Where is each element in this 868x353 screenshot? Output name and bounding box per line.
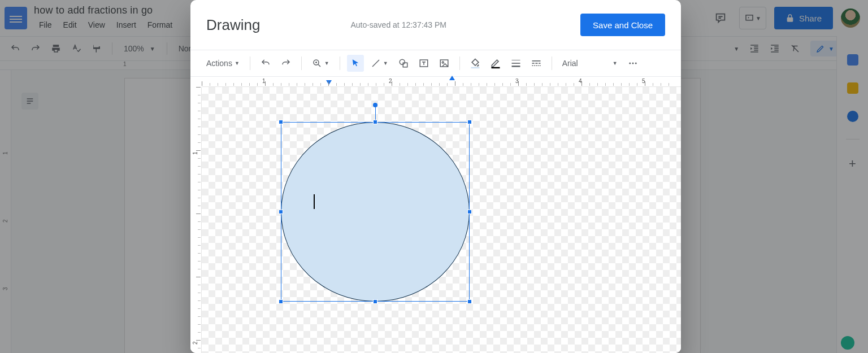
svg-point-2 (400, 59, 405, 64)
border-weight-icon[interactable] (507, 55, 524, 72)
redo-icon[interactable] (277, 55, 294, 72)
undo-icon[interactable] (257, 55, 274, 72)
svg-rect-3 (403, 63, 407, 67)
font-family-dropdown[interactable]: Arial ▼ (559, 59, 621, 68)
drawing-canvas[interactable] (202, 87, 681, 353)
resize-handle-w[interactable] (279, 210, 283, 214)
ruler-tick: 1 (192, 151, 198, 155)
zoom-dropdown[interactable]: ▼ (309, 58, 333, 68)
actions-dropdown[interactable]: Actions ▼ (203, 59, 243, 68)
save-and-close-label: Save and Close (593, 20, 653, 30)
shape-tool-icon[interactable] (395, 55, 412, 72)
resize-handle-ne[interactable] (467, 120, 472, 124)
resize-handle-se[interactable] (467, 299, 472, 304)
border-color-icon[interactable] (487, 55, 504, 72)
drawing-canvas-area: 1 2 3 4 5 1 2 (190, 77, 681, 353)
more-options-icon[interactable] (624, 55, 641, 72)
svg-rect-12 (532, 60, 540, 62)
svg-rect-11 (511, 66, 520, 67)
svg-rect-16 (532, 65, 533, 66)
svg-point-23 (635, 63, 636, 64)
svg-rect-14 (535, 63, 537, 64)
autosave-status: Auto-saved at 12:37:43 PM (350, 20, 446, 29)
svg-point-6 (442, 62, 444, 63)
resize-handle-sw[interactable] (279, 299, 283, 304)
svg-rect-20 (540, 65, 541, 66)
resize-handle-n[interactable] (373, 120, 377, 124)
svg-rect-18 (536, 65, 537, 66)
drawing-horizontal-ruler[interactable]: 1 2 3 4 5 (202, 77, 681, 87)
selected-shape[interactable] (281, 122, 470, 302)
resize-handle-s[interactable] (373, 299, 377, 304)
ruler-tick: 2 (192, 341, 198, 345)
drawing-vertical-ruler[interactable]: 1 2 (190, 87, 202, 353)
selection-bounding-box (281, 122, 470, 302)
svg-rect-9 (511, 60, 520, 60)
save-and-close-button[interactable]: Save and Close (580, 14, 665, 36)
svg-point-22 (632, 63, 633, 64)
svg-rect-19 (537, 65, 539, 66)
svg-rect-17 (534, 65, 535, 66)
border-dash-icon[interactable] (528, 55, 545, 72)
drawing-modal-header: Drawing Auto-saved at 12:37:43 PM Save a… (190, 0, 681, 50)
resize-handle-e[interactable] (467, 210, 472, 214)
image-tool-icon[interactable] (436, 55, 453, 72)
svg-rect-10 (511, 63, 520, 64)
drawing-modal-title: Drawing (206, 16, 260, 34)
svg-rect-8 (491, 67, 500, 69)
svg-rect-15 (539, 63, 540, 64)
line-tool-dropdown[interactable]: ▼ (367, 58, 392, 68)
font-family-value: Arial (562, 59, 578, 68)
resize-handle-nw[interactable] (279, 120, 283, 124)
svg-point-21 (629, 63, 631, 64)
rotation-handle[interactable] (373, 103, 377, 107)
drawing-modal: Drawing Auto-saved at 12:37:43 PM Save a… (190, 0, 681, 353)
drawing-toolbar: Actions ▼ ▼ ▼ Arial ▼ (190, 50, 681, 76)
actions-label: Actions (206, 59, 232, 68)
fill-color-icon[interactable] (467, 55, 484, 72)
svg-rect-13 (532, 63, 534, 64)
text-box-tool-icon[interactable] (415, 55, 432, 72)
select-tool-icon[interactable] (347, 55, 364, 72)
svg-rect-7 (471, 67, 479, 69)
